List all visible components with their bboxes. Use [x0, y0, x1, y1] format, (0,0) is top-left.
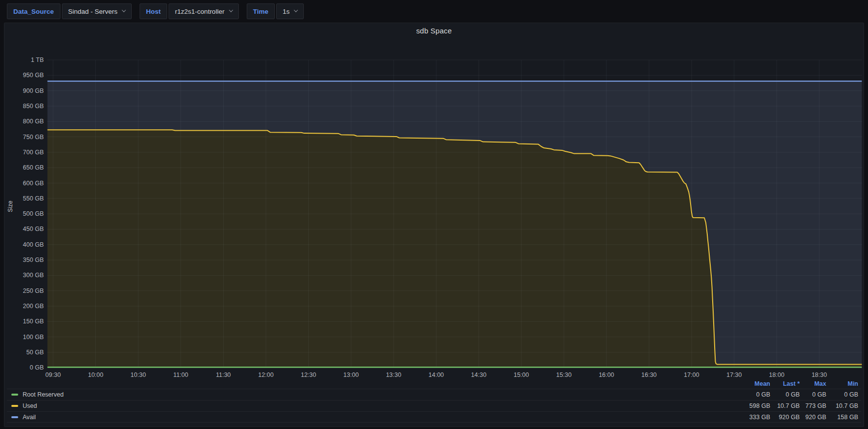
legend-stat-value: 598 GB	[731, 402, 770, 409]
data-source-value: Sindad - Servers	[68, 8, 118, 15]
legend-stat-header-min[interactable]: Min	[826, 380, 858, 387]
x-axis-tick-label: 16:00	[591, 371, 622, 379]
data-source-dropdown[interactable]: Sindad - Servers	[62, 3, 132, 19]
x-axis-tick-label: 17:30	[719, 371, 750, 379]
series-color-swatch-icon	[11, 405, 18, 407]
y-axis-tick-label: 150 GB	[4, 317, 44, 325]
x-axis-tick-label: 12:30	[293, 371, 324, 379]
host-value: r1z2s1-controller	[175, 8, 225, 15]
chevron-down-icon	[294, 8, 298, 12]
time-value: 1s	[283, 8, 289, 15]
y-axis-tick-label: 950 GB	[4, 71, 44, 79]
dashboard-page: Data_Source Sindad - Servers Host r1z2s1…	[0, 0, 868, 429]
y-axis-tick-label: 50 GB	[4, 348, 44, 356]
y-axis-tick-label: 200 GB	[4, 302, 44, 310]
y-axis-tick-label: 100 GB	[4, 333, 44, 341]
legend-series-name[interactable]: Used	[23, 402, 731, 409]
x-axis-tick-label: 15:00	[506, 371, 537, 379]
host-dropdown[interactable]: r1z2s1-controller	[169, 3, 239, 19]
x-axis-tick-label: 11:00	[165, 371, 197, 379]
y-axis-tick-label: 600 GB	[4, 179, 44, 187]
legend-row-root-reserved: Root Reserved0 GB0 GB0 GB0 GB	[7, 389, 861, 400]
variable-data-source: Data_Source Sindad - Servers	[7, 3, 132, 19]
legend-table: MeanLast *MaxMin Root Reserved0 GB0 GB0 …	[7, 378, 861, 423]
y-axis-tick-label: 900 GB	[4, 87, 44, 95]
legend-series-name[interactable]: Root Reserved	[23, 391, 731, 398]
chevron-down-icon	[229, 8, 232, 12]
x-axis-tick-label: 09:30	[37, 371, 69, 379]
y-axis-tick-label: 0 GB	[4, 364, 44, 372]
x-axis-tick-label: 11:30	[207, 371, 239, 379]
legend-stat-value: 0 GB	[731, 391, 770, 398]
series-color-swatch-icon	[11, 416, 18, 418]
time-dropdown[interactable]: 1s	[276, 3, 304, 19]
data-source-label: Data_Source	[7, 3, 60, 19]
x-axis-tick-label: 16:30	[633, 371, 665, 379]
legend-stat-value: 0 GB	[826, 391, 858, 398]
legend-stat-value: 0 GB	[770, 391, 800, 398]
legend-series-name[interactable]: Avail	[23, 414, 731, 421]
timeseries-plot[interactable]	[4, 23, 864, 426]
x-axis-tick-label: 10:30	[122, 371, 154, 379]
y-axis-tick-label: 300 GB	[4, 271, 44, 279]
x-axis-tick-label: 10:00	[80, 371, 112, 379]
x-axis-tick-label: 12:00	[250, 371, 282, 379]
x-axis-tick-label: 15:30	[548, 371, 579, 379]
host-label: Host	[140, 3, 167, 19]
variable-time: Time 1s	[247, 3, 304, 19]
y-axis-tick-label: 450 GB	[4, 225, 44, 233]
x-axis-tick-label: 18:00	[761, 371, 792, 379]
x-axis-tick-label: 13:00	[335, 371, 367, 379]
variable-host: Host r1z2s1-controller	[140, 3, 239, 19]
y-axis-tick-label: 850 GB	[4, 102, 44, 110]
chevron-down-icon	[122, 8, 126, 12]
legend-stat-value: 773 GB	[800, 402, 826, 409]
time-label: Time	[247, 3, 275, 19]
y-axis-tick-label: 700 GB	[4, 148, 44, 156]
legend-stat-value: 333 GB	[731, 414, 770, 421]
y-axis-tick-label: 750 GB	[4, 133, 44, 141]
sdb-space-panel: sdb Space Size 0 GB50 GB100 GB150 GB200 …	[4, 23, 864, 427]
variables-toolbar: Data_Source Sindad - Servers Host r1z2s1…	[7, 3, 312, 19]
x-axis-tick-label: 14:00	[420, 371, 452, 379]
legend-stat-value: 920 GB	[770, 414, 800, 421]
legend-stat-header-last[interactable]: Last *	[770, 380, 800, 387]
legend-stat-value: 158 GB	[826, 414, 858, 421]
y-axis-tick-label: 650 GB	[4, 164, 44, 172]
legend-row-avail: Avail333 GB920 GB920 GB158 GB	[7, 411, 861, 423]
y-axis-tick-label: 550 GB	[4, 195, 44, 202]
legend-header: MeanLast *MaxMin	[7, 378, 861, 389]
y-axis-tick-label: 250 GB	[4, 287, 44, 295]
x-axis-tick-label: 14:30	[463, 371, 494, 379]
y-axis-tick-label: 350 GB	[4, 256, 44, 264]
y-axis-tick-label: 1 TB	[4, 56, 44, 64]
legend-stat-header-max[interactable]: Max	[800, 380, 826, 387]
series-color-swatch-icon	[11, 394, 18, 396]
x-axis-tick-label: 17:00	[676, 371, 707, 379]
legend-rows: Root Reserved0 GB0 GB0 GB0 GBUsed598 GB1…	[7, 389, 861, 423]
legend-stat-value: 920 GB	[800, 414, 826, 421]
legend-stat-value: 0 GB	[800, 391, 826, 398]
x-axis-tick-label: 13:30	[378, 371, 409, 379]
legend-stat-value: 10.7 GB	[770, 402, 800, 409]
legend-row-used: Used598 GB10.7 GB773 GB10.7 GB	[7, 400, 861, 411]
legend-stat-value: 10.7 GB	[826, 402, 858, 409]
x-axis-tick-label: 18:30	[804, 371, 835, 379]
legend-stat-header-mean[interactable]: Mean	[731, 380, 770, 387]
y-axis-tick-label: 400 GB	[4, 241, 44, 249]
y-axis-tick-label: 500 GB	[4, 210, 44, 218]
y-axis-tick-label: 800 GB	[4, 117, 44, 125]
